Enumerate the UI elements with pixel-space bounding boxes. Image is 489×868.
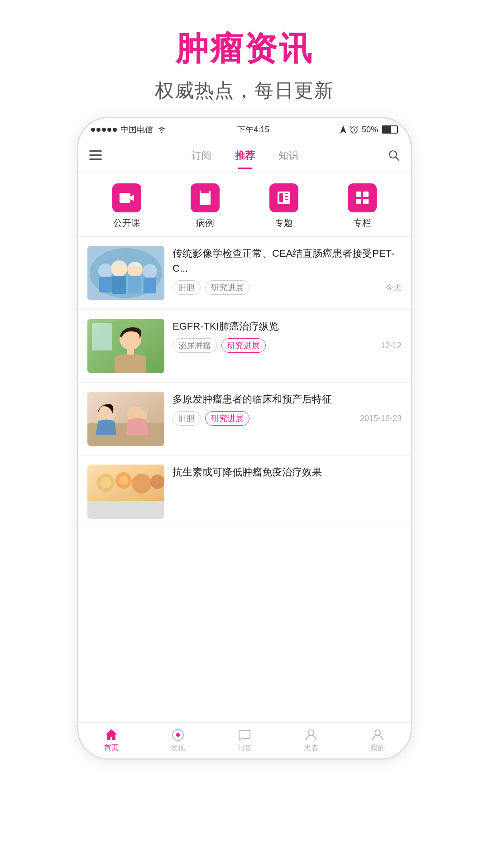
battery-percent: 50% [362, 125, 378, 134]
tabbar-label-qa: 问答 [237, 743, 252, 753]
svg-rect-15 [285, 196, 288, 197]
tag-gandam-3: 肝胆 [173, 411, 201, 426]
news-thumb-1 [87, 246, 164, 300]
news-content-2: EGFR-TKI肺癌治疗纵览 泌尿肿瘤 研究进展 12-12 [173, 319, 402, 353]
news-meta-3: 肝胆 研究进展 2015-12-23 [173, 411, 402, 426]
tabbar-item-discover[interactable]: 发现 [145, 728, 211, 753]
status-left: 中国电信 [91, 124, 167, 135]
svg-rect-2 [89, 154, 102, 156]
svg-point-54 [375, 730, 380, 735]
news-content-1: 传统影像学检查正常、CEA结直肠癌患者接受PET-C... 肝胆 研究进展 今天 [173, 246, 402, 295]
svg-rect-36 [92, 323, 112, 350]
bottom-tabbar: 首页 发现 问答 患者 我的 [78, 722, 411, 758]
book-icon [269, 183, 298, 212]
battery-indicator [382, 125, 398, 134]
tabbar-item-patient[interactable]: 患者 [278, 728, 344, 753]
svg-rect-30 [144, 278, 156, 293]
page-title-main: 肿瘤资讯 [155, 27, 334, 71]
page-header: 肿瘤资讯 权威热点，每日更新 [155, 27, 334, 103]
tag-research-2: 研究进展 [221, 338, 266, 353]
svg-rect-3 [89, 158, 102, 160]
category-case[interactable]: 病例 [191, 183, 220, 229]
news-meta-2: 泌尿肿瘤 研究进展 12-12 [173, 338, 402, 353]
svg-rect-11 [201, 191, 209, 193]
svg-point-52 [177, 734, 179, 736]
phone-frame: 中国电信 下午4:15 50% [77, 117, 412, 760]
video-icon [112, 183, 141, 212]
news-title-3: 多原发肿瘤患者的临床和预产后特征 [173, 392, 402, 407]
news-date-3: 2015-12-23 [360, 414, 402, 423]
status-bar: 中国电信 下午4:15 50% [78, 118, 411, 141]
svg-point-48 [100, 477, 111, 488]
news-list: 传统影像学检查正常、CEA结直肠癌患者接受PET-C... 肝胆 研究进展 今天 [78, 237, 411, 722]
page-title-sub: 权威热点，每日更新 [155, 78, 334, 103]
tag-research-3: 研究进展 [205, 411, 249, 426]
tabbar-label-mine: 我的 [370, 743, 385, 753]
news-item-4[interactable]: 抗生素或可降低肿瘤免疫治疗效果 [78, 456, 411, 523]
alarm-icon [350, 125, 358, 134]
hamburger-menu-icon[interactable] [89, 150, 102, 163]
search-icon[interactable] [388, 149, 400, 164]
wifi-icon [157, 126, 167, 133]
tab-knowledge[interactable]: 知识 [278, 149, 298, 164]
svg-marker-6 [130, 195, 134, 201]
svg-rect-19 [356, 199, 361, 204]
news-date-2: 12-12 [381, 341, 402, 350]
category-label-case: 病例 [196, 217, 214, 229]
qa-icon [238, 728, 251, 742]
news-item-2[interactable]: EGFR-TKI肺癌治疗纵览 泌尿肿瘤 研究进展 12-12 [78, 310, 411, 383]
news-thumb-2 [87, 319, 164, 373]
tabbar-label-home: 首页 [104, 743, 119, 753]
svg-rect-10 [201, 200, 206, 201]
carrier-label: 中国电信 [120, 124, 153, 135]
tabbar-item-home[interactable]: 首页 [78, 729, 145, 753]
svg-point-47 [150, 475, 164, 489]
tabbar-item-mine[interactable]: 我的 [344, 728, 411, 753]
discover-icon [171, 728, 185, 742]
tab-subscribe[interactable]: 订阅 [192, 149, 211, 164]
status-time: 下午4:15 [237, 124, 269, 135]
news-content-4: 抗生素或可降低肿瘤免疫治疗效果 [173, 465, 402, 480]
patient-icon [304, 728, 318, 742]
category-open-class[interactable]: 公开课 [112, 183, 141, 229]
svg-point-23 [98, 264, 113, 278]
news-title-2: EGFR-TKI肺癌治疗纵览 [173, 319, 402, 334]
category-row: 公开课 病例 [78, 173, 411, 237]
tabbar-item-qa[interactable]: 问答 [211, 728, 278, 753]
grid-icon [348, 183, 377, 212]
nav-tab-list: 订阅 推荐 知识 [113, 149, 377, 164]
doc-icon [191, 183, 220, 212]
tabbar-label-patient: 患者 [304, 743, 318, 753]
news-title-1: 传统影像学检查正常、CEA结直肠癌患者接受PET-C... [173, 246, 402, 276]
svg-rect-17 [356, 192, 361, 197]
category-column[interactable]: 专栏 [348, 183, 377, 229]
svg-point-49 [119, 476, 128, 485]
svg-rect-28 [128, 276, 141, 293]
news-item-3[interactable]: 多原发肿瘤患者的临床和预产后特征 肝胆 研究进展 2015-12-23 [78, 383, 411, 456]
news-meta-1: 肝胆 研究进展 今天 [173, 280, 402, 295]
svg-rect-14 [285, 193, 288, 194]
svg-rect-18 [363, 192, 369, 197]
tabbar-label-discover: 发现 [171, 743, 185, 753]
news-content-3: 多原发肿瘤患者的临床和预产后特征 肝胆 研究进展 2015-12-23 [173, 392, 402, 426]
svg-rect-16 [285, 199, 288, 200]
svg-point-50 [135, 477, 148, 490]
svg-rect-5 [120, 193, 130, 203]
svg-rect-9 [201, 197, 209, 198]
category-topic[interactable]: 专题 [269, 183, 298, 229]
location-icon [340, 125, 346, 134]
category-label-column: 专栏 [353, 217, 371, 229]
svg-rect-13 [279, 193, 283, 202]
svg-rect-24 [99, 277, 112, 293]
news-date-1: 今天 [385, 282, 402, 293]
svg-rect-20 [363, 199, 369, 204]
category-label-topic: 专题 [275, 217, 293, 229]
news-item-1[interactable]: 传统影像学检查正常、CEA结直肠癌患者接受PET-C... 肝胆 研究进展 今天 [78, 237, 411, 310]
mine-icon [371, 728, 384, 742]
nav-tabs: 订阅 推荐 知识 [78, 141, 411, 173]
category-label-open-class: 公开课 [113, 217, 140, 229]
tag-research: 研究进展 [205, 280, 249, 295]
news-title-4: 抗生素或可降低肿瘤免疫治疗效果 [173, 465, 402, 480]
tag-gandam: 肝胆 [173, 280, 201, 295]
tab-recommend[interactable]: 推荐 [235, 149, 255, 164]
